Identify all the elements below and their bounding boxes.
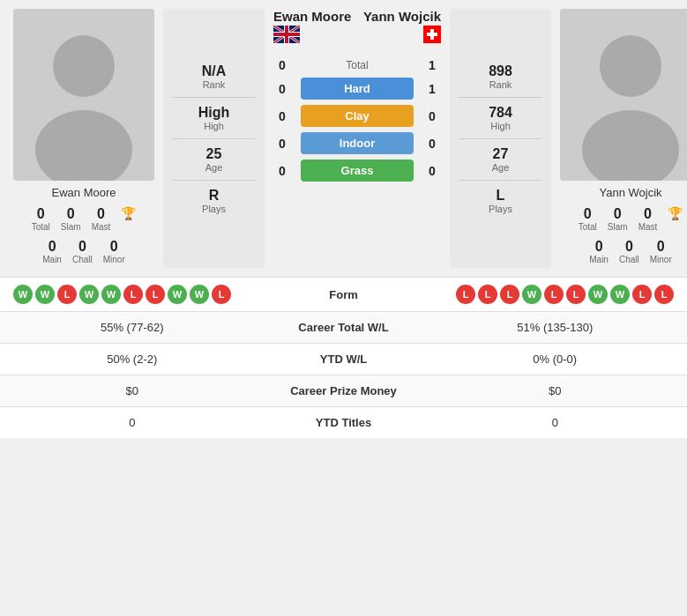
left-middle-stats: N/A Rank High High 25 Age R Plays <box>163 9 265 268</box>
form-badge-right: W <box>522 285 541 304</box>
form-badge-right: L <box>456 285 475 304</box>
indoor-score-right: 0 <box>419 137 445 151</box>
hard-score-left: 0 <box>269 82 295 96</box>
clay-score-left: 0 <box>269 109 295 123</box>
left-player-name-top: Ewan Moore <box>273 9 351 48</box>
indoor-button: Indoor <box>301 132 414 154</box>
right-stats-panel: 898 Rank 784 High 27 Age L Plays <box>450 9 551 268</box>
form-badge-right: W <box>610 285 630 304</box>
divider-3 <box>172 180 256 181</box>
stats-row-left-0: 55% (77-62) <box>0 312 265 343</box>
form-badge-left: L <box>146 285 165 304</box>
right-trophy-icon: 🏆 <box>662 203 687 235</box>
stats-row-left-1: 50% (2-2) <box>0 344 265 375</box>
right-mast-stat: 0 Mast <box>633 203 663 235</box>
left-mast-stat: 0 Mast <box>86 203 116 235</box>
left-age-stat: 25 Age <box>172 146 256 173</box>
form-badge-left: W <box>35 285 55 304</box>
form-badge-right: L <box>654 285 674 304</box>
stats-row-left-3: 0 <box>0 407 265 438</box>
form-badge-right: L <box>632 285 652 304</box>
left-main-stat: 0 Main <box>37 235 67 268</box>
center-panel: Ewan Moore <box>269 9 445 268</box>
grass-score-left: 0 <box>269 164 295 178</box>
left-minor-stat: 0 Minor <box>98 235 131 268</box>
right-main-stat: 0 Main <box>584 235 614 268</box>
right-player-name-top: Yann Wojcik <box>363 9 441 48</box>
stats-row-center-2: Career Prize Money <box>265 375 423 406</box>
stats-row: 0 YTD Titles 0 <box>0 406 687 438</box>
indoor-score-row: 0 Indoor 0 <box>269 132 445 154</box>
right-age-stat: 27 Age <box>459 146 542 173</box>
left-player-stats: 0 Total 0 Slam 0 Mast 🏆 0 Main <box>13 203 154 268</box>
form-badge-left: W <box>101 285 121 304</box>
right-chall-stat: 0 Chall <box>614 235 645 268</box>
stats-row-center-3: YTD Titles <box>265 407 423 438</box>
grass-score-right: 0 <box>419 164 445 178</box>
form-badge-right: W <box>588 285 608 304</box>
left-chall-stat: 0 Chall <box>67 235 98 268</box>
total-score-left: 0 <box>269 58 295 72</box>
right-form-badges: LLLWLLWWLL <box>397 285 675 304</box>
clay-button: Clay <box>301 105 414 127</box>
left-plays-stat: R Plays <box>172 188 256 214</box>
stats-row-right-1: 0% (0-0) <box>423 344 688 375</box>
svg-point-1 <box>53 35 115 97</box>
right-divider-3 <box>459 180 542 181</box>
divider-2 <box>172 138 256 139</box>
left-player-card: Ewan Moore 0 Total 0 Slam 0 Mast 🏆 <box>9 9 159 268</box>
left-slam-stat: 0 Slam <box>56 203 86 235</box>
form-badge-right: L <box>500 285 519 304</box>
clay-score-right: 0 <box>419 109 445 123</box>
left-form-badges: WWLWWLLWWL <box>13 285 291 304</box>
stats-row-right-2: $0 <box>423 375 688 406</box>
total-score-row: 0 Total 1 <box>269 58 445 72</box>
form-badge-right: L <box>544 285 564 304</box>
main-container: Ewan Moore 0 Total 0 Slam 0 Mast 🏆 <box>0 0 687 438</box>
svg-point-16 <box>600 35 661 97</box>
form-badge-left: L <box>57 285 77 304</box>
left-player-photo <box>13 9 154 181</box>
clay-score-row: 0 Clay 0 <box>269 105 445 127</box>
form-badge-left: W <box>168 285 187 304</box>
left-flag <box>273 26 351 48</box>
top-section: Ewan Moore 0 Total 0 Slam 0 Mast 🏆 <box>0 0 687 277</box>
stats-row-left-2: $0 <box>0 375 265 406</box>
indoor-score-left: 0 <box>269 137 295 151</box>
right-slam-stat: 0 Slam <box>602 203 633 235</box>
form-badge-left: W <box>79 285 99 304</box>
form-badge-left: L <box>123 285 143 304</box>
right-minor-stat: 0 Minor <box>645 235 677 268</box>
right-player-name: Yann Wojcik <box>599 186 661 199</box>
stats-row-right-0: 51% (135-130) <box>423 312 688 343</box>
stats-row-right-3: 0 <box>423 407 688 438</box>
stats-row-center-1: YTD W/L <box>265 344 423 375</box>
left-player-name: Ewan Moore <box>52 186 116 199</box>
form-badge-left: L <box>212 285 231 304</box>
left-total-stat: 0 Total <box>26 203 56 235</box>
form-label: Form <box>291 288 397 301</box>
left-trophy-icon: 🏆 <box>116 203 141 235</box>
hard-button: Hard <box>301 78 414 100</box>
divider-1 <box>172 97 256 98</box>
form-badge-left: W <box>13 285 33 304</box>
stats-row: 55% (77-62) Career Total W/L 51% (135-13… <box>0 311 687 343</box>
stats-row: $0 Career Prize Money $0 <box>0 375 687 406</box>
right-flag <box>363 26 441 48</box>
total-label: Total <box>301 59 414 71</box>
right-player-stats: 0 Total 0 Slam 0 Mast 🏆 0 Main <box>560 203 687 268</box>
svg-rect-11 <box>273 33 300 36</box>
right-player-card: Yann Wojcik 0 Total 0 Slam 0 Mast 🏆 <box>556 9 687 268</box>
form-badge-right: L <box>566 285 586 304</box>
left-rank-stat: N/A Rank <box>172 63 256 90</box>
grass-button: Grass <box>301 160 414 182</box>
hard-score-right: 1 <box>419 82 445 96</box>
left-high-stat: High High <box>172 105 256 131</box>
right-total-stat: 0 Total <box>573 203 602 235</box>
stats-row-center-0: Career Total W/L <box>265 312 423 343</box>
right-plays-stat: L Plays <box>459 188 542 214</box>
hard-score-row: 0 Hard 1 <box>269 78 445 100</box>
form-section: WWLWWLLWWL Form LLLWLLWWLL <box>0 277 687 311</box>
form-badge-right: L <box>478 285 497 304</box>
right-player-photo <box>560 9 687 181</box>
